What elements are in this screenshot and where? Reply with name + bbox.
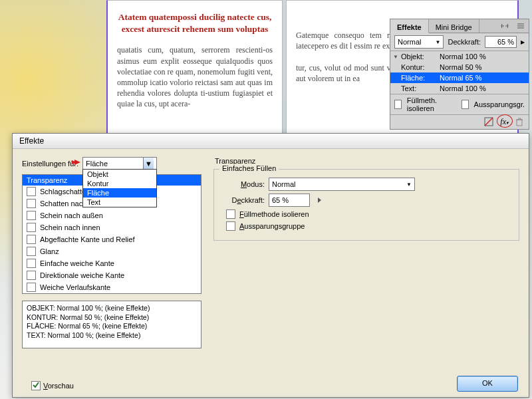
summary-line: KONTUR: Normal 50 %; (keine Effekte) xyxy=(27,313,197,323)
panel-collapse-icon[interactable] xyxy=(497,19,513,33)
tab-mini-bridge[interactable]: Mini Bridge xyxy=(429,19,479,33)
effect-checkbox[interactable] xyxy=(27,283,36,292)
panel-blend-mode-value: Normal xyxy=(398,38,421,46)
modus-select[interactable]: Normal ▼ xyxy=(269,178,415,191)
summary-line: OBJEKT: Normal 100 %; (keine Effekte) xyxy=(27,304,197,313)
doc-body-left: quatatis cum, quatum, serrorem rescienti… xyxy=(117,45,273,109)
settings-for-value: Fläche xyxy=(86,160,108,168)
opacity-flyout-icon[interactable]: ▶ xyxy=(521,39,525,45)
panel-row-value: Normal 100 % xyxy=(440,84,527,92)
summary-line: FLÄCHE: Normal 65 %; (keine Effekte) xyxy=(27,322,197,331)
preview-checkbox[interactable] xyxy=(31,381,41,390)
dropdown-option[interactable]: Fläche xyxy=(83,188,156,198)
basic-fill-fieldset: Einfaches Füllen Modus: Normal ▼ Deckkra… xyxy=(213,169,519,241)
doc-heading: Atatem quatempossi ducilig natecte cus, … xyxy=(117,11,273,35)
settings-for-dropdown[interactable]: Fläche ▼ xyxy=(82,157,157,170)
effect-checkbox[interactable] xyxy=(27,247,36,256)
effect-checkbox[interactable] xyxy=(27,211,36,220)
doc-page-left: Atatem quatempossi ducilig natecte cus, … xyxy=(106,0,283,136)
panel-target-row[interactable]: Fläche:Normal 65 % xyxy=(390,72,529,83)
modus-label: Modus: xyxy=(221,180,265,188)
modus-value: Normal xyxy=(272,180,295,188)
effects-panel: Effekte Mini Bridge Normal ▼ Deckkraft: … xyxy=(390,19,529,130)
dropdown-arrow-icon: ▼ xyxy=(436,39,441,45)
deckkraft-flyout-icon[interactable] xyxy=(318,198,321,203)
effect-label: Glanz xyxy=(40,247,59,255)
summary-line: TEXT: Normal 100 %; (keine Effekte) xyxy=(27,331,197,340)
panel-row-value: Normal 50 % xyxy=(440,63,527,71)
effect-label: Abgeflachte Kante und Relief xyxy=(40,235,135,243)
effect-label: Weiche Verlaufskante xyxy=(40,283,110,291)
panel-knockout-checkbox[interactable] xyxy=(462,100,469,109)
effect-checkbox[interactable] xyxy=(27,223,36,232)
panel-target-list: ▼Objekt:Normal 100 %Kontur:Normal 50 %Fl… xyxy=(390,51,529,94)
tab-mini-bridge-label: Mini Bridge xyxy=(436,23,472,31)
disclosure-triangle-icon: ▼ xyxy=(393,54,398,60)
panel-row-label: Kontur: xyxy=(401,63,440,71)
panel-knockout-label: Aussparungsgr. xyxy=(474,100,525,108)
panel-row-value: Normal 100 % xyxy=(440,53,527,61)
effects-dialog: Effekte Einstellungen für: Fläche ▼ Obje… xyxy=(12,133,529,398)
settings-for-label: Einstellungen für: xyxy=(22,160,78,168)
panel-target-row[interactable]: Kontur:Normal 50 % xyxy=(390,62,529,72)
panel-opacity-value: 65 % xyxy=(497,38,514,46)
effect-checkbox[interactable] xyxy=(27,235,36,244)
effect-item[interactable]: Weiche Verlaufskante xyxy=(23,281,201,293)
panel-opacity-input[interactable]: 65 % xyxy=(485,36,517,48)
panel-target-row[interactable]: ▼Objekt:Normal 100 % xyxy=(390,51,529,62)
panel-row-label: Objekt: xyxy=(401,53,440,61)
effect-item[interactable]: Glanz xyxy=(23,245,201,257)
tab-effekte-label: Effekte xyxy=(397,23,422,31)
tab-effekte[interactable]: Effekte xyxy=(390,19,429,33)
dialog-title: Effekte xyxy=(13,134,529,149)
effect-label: Schein nach außen xyxy=(40,211,103,219)
effect-checkbox[interactable] xyxy=(27,259,36,268)
deckkraft-value: 65 % xyxy=(272,196,289,204)
effects-summary: OBJEKT: Normal 100 %; (keine Effekte)KON… xyxy=(22,301,201,348)
panel-menu-icon[interactable] xyxy=(513,19,529,33)
effect-item[interactable]: Schein nach außen xyxy=(23,209,201,221)
effect-label: Einfache weiche Kante xyxy=(40,259,114,267)
panel-isolate-checkbox[interactable] xyxy=(394,100,402,109)
annotation-red-arrow xyxy=(74,160,80,165)
dropdown-option[interactable]: Kontur xyxy=(83,179,156,188)
knockout-checkbox[interactable] xyxy=(226,221,235,231)
effect-item[interactable]: Direktionale weiche Kante xyxy=(23,269,201,281)
effect-checkbox[interactable] xyxy=(27,271,36,280)
panel-row-value: Normal 65 % xyxy=(440,74,527,82)
effect-item[interactable]: Abgeflachte Kante und Relief xyxy=(23,233,201,245)
effect-label: Transparenz xyxy=(27,176,67,184)
effect-label: Direktionale weiche Kante xyxy=(40,271,124,279)
effect-checkbox[interactable] xyxy=(27,199,36,208)
clear-effects-icon[interactable] xyxy=(484,117,493,127)
settings-for-option-list: ObjektKonturFlächeText xyxy=(82,169,157,207)
fieldset-legend: Einfaches Füllen xyxy=(219,164,279,172)
ok-button[interactable]: OK xyxy=(457,376,518,392)
panel-isolate-label: Füllmeth. isolieren xyxy=(407,96,451,112)
effect-checkbox[interactable] xyxy=(27,187,36,196)
panel-row-label: Fläche: xyxy=(401,74,440,82)
knockout-label: Aussparungsgruppe xyxy=(239,222,305,230)
panel-target-row[interactable]: Text:Normal 100 % xyxy=(390,83,529,94)
isolate-label: Füllmethode isolieren xyxy=(239,210,309,218)
effect-item[interactable]: Schein nach innen xyxy=(23,221,201,233)
dropdown-arrow-icon: ▼ xyxy=(406,182,412,188)
dropdown-option[interactable]: Objekt xyxy=(83,170,156,179)
trash-icon[interactable] xyxy=(515,117,523,127)
dropdown-option[interactable]: Text xyxy=(83,198,156,207)
isolate-checkbox[interactable] xyxy=(226,209,235,219)
deckkraft-label: Deckkraft: xyxy=(221,196,265,204)
panel-blend-mode-select[interactable]: Normal ▼ xyxy=(394,35,444,49)
effect-label: Schein nach innen xyxy=(40,223,100,231)
panel-row-label: Text: xyxy=(401,84,440,92)
panel-tabstrip: Effekte Mini Bridge xyxy=(390,19,529,33)
panel-opacity-label: Deckkraft: xyxy=(448,38,481,46)
deckkraft-input[interactable]: 65 % xyxy=(269,194,310,207)
dropdown-arrow-icon: ▼ xyxy=(143,158,154,170)
preview-label: Vorschau xyxy=(43,382,74,390)
effect-item[interactable]: Einfache weiche Kante xyxy=(23,257,201,269)
fx-icon[interactable]: fx▾ xyxy=(500,117,509,127)
